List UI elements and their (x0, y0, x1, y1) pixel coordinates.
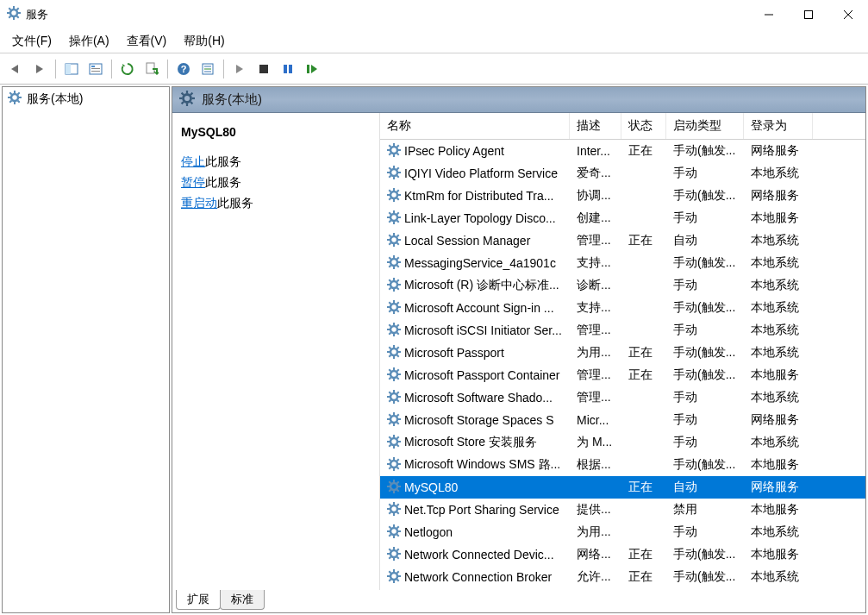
svg-rect-10 (805, 11, 813, 19)
service-row[interactable]: MessagingService_4a1901c支持...手动(触发...本地系… (380, 252, 865, 274)
svg-point-30 (11, 94, 18, 101)
column-desc[interactable]: 描述 (570, 113, 621, 139)
svg-line-37 (9, 101, 11, 103)
properties-button[interactable] (197, 59, 218, 79)
svg-line-173 (397, 436, 399, 438)
service-row[interactable]: Microsoft Passport为用...正在手动(触发...本地系统 (380, 342, 865, 364)
gear-icon (387, 457, 401, 474)
service-row[interactable]: Link-Layer Topology Disco...创建...手动本地服务 (380, 207, 865, 229)
right-pane: 服务(本地) MySQL80 停止此服务 暂停此服务 重启动此服务 名称 描述 … (172, 86, 866, 613)
refresh-button[interactable] (117, 59, 138, 79)
restart-link[interactable]: 重启动 (181, 196, 217, 210)
service-desc (570, 482, 621, 493)
svg-point-192 (390, 505, 397, 512)
gear-icon (387, 569, 401, 586)
maximize-button[interactable] (789, 0, 828, 29)
service-row[interactable]: Microsoft Store 安装服务为 M...手动本地系统 (380, 431, 865, 454)
service-name: KtmRm for Distributed Tra... (404, 189, 553, 203)
svg-line-171 (397, 444, 399, 446)
stop-service-button[interactable] (253, 59, 274, 79)
svg-line-164 (397, 414, 399, 416)
restart-service-button[interactable] (302, 59, 322, 79)
gear-icon (179, 91, 195, 110)
service-row[interactable]: KtmRm for Distributed Tra...协调...手动(触发..… (380, 185, 865, 207)
help-button[interactable]: ? (173, 59, 194, 79)
service-detail-panel: MySQL80 停止此服务 暂停此服务 重启动此服务 (172, 113, 379, 590)
minimize-button[interactable] (749, 0, 789, 29)
service-row[interactable]: Network Connection Broker允许...正在手动(触发...… (380, 566, 865, 588)
menu-file[interactable]: 文件(F) (3, 32, 60, 51)
svg-line-145 (389, 377, 390, 379)
view-detail-button[interactable] (85, 59, 106, 79)
pause-service-link-line: 暂停此服务 (181, 175, 371, 191)
nav-back-button[interactable] (5, 59, 26, 79)
svg-line-8 (17, 8, 19, 9)
service-status: 正在 (621, 474, 666, 500)
service-row[interactable]: Microsoft Storage Spaces SMicr...手动网络服务 (380, 409, 865, 431)
svg-line-144 (397, 377, 399, 379)
svg-point-174 (390, 461, 397, 468)
svg-line-98 (389, 257, 390, 259)
service-name: Net.Tcp Port Sharing Service (404, 503, 559, 517)
services-list: 名称 描述 状态 启动类型 登录为 IPsec Policy AgentInte… (379, 113, 865, 590)
svg-line-119 (397, 302, 399, 304)
pause-service-button[interactable] (278, 59, 298, 79)
gear-icon (387, 143, 401, 160)
tab-standard[interactable]: 标准 (220, 590, 265, 610)
service-row[interactable]: Microsoft Passport Container管理...正在手动(触发… (380, 364, 865, 386)
service-desc: Inter... (570, 139, 621, 163)
column-startup[interactable]: 启动类型 (666, 113, 744, 139)
service-status (621, 280, 666, 291)
svg-line-47 (190, 92, 192, 94)
service-row[interactable]: Net.Tcp Port Sharing Service提供...禁用本地服务 (380, 499, 865, 521)
show-hide-console-button[interactable] (61, 59, 82, 79)
svg-point-120 (390, 326, 397, 333)
column-status[interactable]: 状态 (621, 113, 666, 139)
service-row[interactable]: MySQL80正在自动网络服务 (380, 476, 865, 499)
svg-line-143 (389, 369, 390, 371)
svg-line-46 (182, 101, 184, 103)
close-button[interactable] (828, 0, 868, 29)
service-status (621, 392, 666, 403)
svg-line-35 (9, 92, 11, 94)
service-name: Microsoft Account Sign-in ... (404, 301, 554, 315)
svg-line-224 (389, 571, 390, 573)
menu-view[interactable]: 查看(V) (118, 32, 176, 51)
svg-line-92 (397, 235, 399, 236)
tab-extended[interactable]: 扩展 (176, 590, 221, 610)
export-list-button[interactable] (141, 59, 162, 79)
column-logon[interactable]: 登录为 (744, 113, 813, 139)
service-row[interactable]: Microsoft Account Sign-in ...支持...手动(触发.… (380, 297, 865, 319)
service-row[interactable]: Microsoft Windows SMS 路...根据...手动(触发...本… (380, 454, 865, 476)
service-name: Local Session Manager (404, 234, 530, 248)
service-row[interactable]: IQIYI Video Platform Service爱奇...手动本地系统 (380, 162, 865, 185)
menu-action[interactable]: 操作(A) (60, 32, 118, 51)
service-row[interactable]: Microsoft (R) 诊断中心标准...诊断...手动本地系统 (380, 274, 865, 297)
svg-point-66 (390, 191, 397, 198)
gear-icon (387, 524, 401, 541)
service-row[interactable]: Microsoft Software Shado...管理...手动本地系统 (380, 386, 865, 409)
svg-line-53 (389, 145, 390, 147)
service-row[interactable]: IPsec Policy AgentInter...正在手动(触发...网络服务 (380, 140, 865, 162)
start-service-button[interactable] (229, 59, 250, 79)
service-row[interactable]: Local Session Manager管理...正在自动本地系统 (380, 229, 865, 252)
service-row[interactable]: Microsoft iSCSI Initiator Ser...管理...手动本… (380, 319, 865, 342)
svg-line-227 (397, 571, 399, 573)
pause-link[interactable]: 暂停 (181, 175, 205, 189)
svg-line-126 (397, 332, 399, 334)
svg-point-93 (390, 259, 397, 266)
gear-icon (387, 233, 401, 249)
gear-icon (387, 210, 401, 227)
gear-icon (387, 480, 401, 496)
menu-help[interactable]: 帮助(H) (175, 32, 233, 51)
svg-line-5 (9, 8, 10, 9)
nav-forward-button[interactable] (29, 59, 50, 79)
service-row[interactable]: Network Connected Devic...网络...正在手动(触发..… (380, 543, 865, 566)
view-tabs: 扩展 标准 (172, 590, 865, 612)
service-desc: 根据... (570, 452, 621, 478)
stop-link[interactable]: 停止 (181, 154, 205, 168)
tree-root-label: 服务(本地) (27, 91, 83, 107)
service-row[interactable]: Netlogon为用...手动本地系统 (380, 521, 865, 543)
column-name[interactable]: 名称 (380, 113, 570, 139)
tree-root-services[interactable]: 服务(本地) (3, 87, 169, 110)
